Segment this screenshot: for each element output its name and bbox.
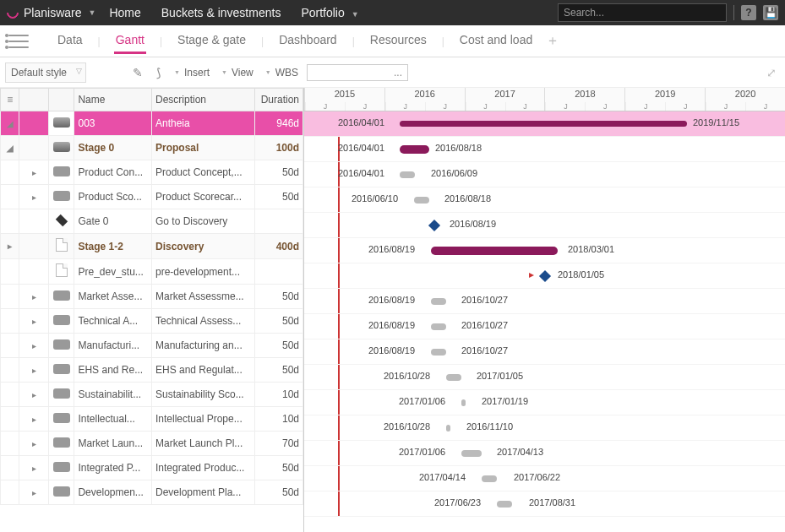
gantt-bar[interactable] xyxy=(400,171,415,178)
gantt-row[interactable]: 2016/08/192018/03/01 xyxy=(304,238,785,263)
expand-toggle[interactable] xyxy=(1,456,19,480)
tab-dashboard[interactable]: Dashboard xyxy=(277,28,339,54)
gantt-row[interactable]: 2016/04/012019/11/15 xyxy=(304,111,785,137)
expand-toggle-2[interactable]: ▸ xyxy=(19,185,49,209)
gantt-bar[interactable] xyxy=(414,197,429,204)
expand-toggle[interactable] xyxy=(1,480,19,505)
insert-menu[interactable]: Insert xyxy=(171,65,213,80)
expand-toggle[interactable]: ▸ xyxy=(1,234,19,259)
style-select[interactable]: Default style xyxy=(5,62,86,83)
expand-toggle[interactable] xyxy=(1,383,19,407)
gantt-row[interactable]: 2016/10/282016/11/10 xyxy=(304,415,785,441)
expand-toggle-2[interactable] xyxy=(19,234,49,259)
expand-toggle-2[interactable]: ▸ xyxy=(19,160,49,185)
expand-toggle-2[interactable]: ▸ xyxy=(19,407,49,432)
table-row[interactable]: ▸Market Asse...Market Assessme...50d xyxy=(1,285,303,309)
expand-toggle[interactable] xyxy=(1,358,19,383)
fullscreen-icon[interactable]: ⤢ xyxy=(766,66,777,79)
tab-stage-gate[interactable]: Stage & gate xyxy=(176,28,248,54)
save-icon[interactable]: 💾 xyxy=(763,5,778,20)
gantt-bar[interactable] xyxy=(431,323,446,330)
gantt-bar[interactable] xyxy=(431,247,558,255)
tab-resources[interactable]: Resources xyxy=(368,28,428,54)
topnav-home[interactable]: Home xyxy=(109,6,140,19)
table-row[interactable]: ▸Product Sco...Product Scorecar...50d xyxy=(1,185,303,209)
expand-toggle[interactable] xyxy=(1,334,19,358)
gantt-row[interactable]: 2016/10/282017/01/05 xyxy=(304,365,785,390)
edit-icon[interactable]: ✎ xyxy=(130,65,145,80)
table-row[interactable]: Gate 0Go to Discovery xyxy=(1,209,303,234)
gantt-row[interactable]: 2016/04/012016/06/09 xyxy=(304,162,785,187)
search-input[interactable] xyxy=(558,3,727,22)
expand-toggle-2[interactable]: ▸ xyxy=(19,334,49,358)
gantt-bar[interactable] xyxy=(461,399,466,406)
gantt-bar[interactable] xyxy=(497,501,512,508)
tab-data[interactable]: Data xyxy=(56,28,84,54)
table-row[interactable]: ◢003Antheia946d xyxy=(1,111,303,136)
table-row[interactable]: ◢Stage 0Proposal100d xyxy=(1,136,303,160)
gantt-row[interactable]: 2017/01/062017/04/13 xyxy=(304,441,785,466)
gantt-bar[interactable] xyxy=(446,425,450,432)
col-head-expand[interactable]: ≡ xyxy=(1,89,19,111)
gantt-row[interactable]: 2016/08/192016/10/27 xyxy=(304,314,785,339)
gantt-bar[interactable] xyxy=(400,121,687,127)
expand-toggle[interactable] xyxy=(1,309,19,334)
gantt-row[interactable]: 2017/04/142017/06/22 xyxy=(304,466,785,491)
expand-toggle[interactable] xyxy=(1,259,19,285)
expand-toggle[interactable] xyxy=(1,185,19,209)
gantt-bar[interactable] xyxy=(400,145,429,154)
table-row[interactable]: ▸Intellectual...Intellectual Prope...10d xyxy=(1,407,303,432)
expand-toggle[interactable] xyxy=(1,407,19,432)
table-row[interactable]: Pre_dev_stu...pre-development... xyxy=(1,259,303,285)
col-head-desc[interactable]: Description xyxy=(151,89,254,111)
expand-toggle-2[interactable]: ▸ xyxy=(19,383,49,407)
gantt-row[interactable]: 2016/04/012016/08/18 xyxy=(304,137,785,162)
table-row[interactable]: ▸EHS and Re...EHS and Regulat...50d xyxy=(1,358,303,383)
pin-icon[interactable]: ⟆ xyxy=(150,65,166,80)
add-tab-button[interactable]: ＋ xyxy=(546,32,559,50)
col-head-sub[interactable] xyxy=(19,89,49,111)
col-head-name[interactable]: Name xyxy=(74,89,152,111)
table-row[interactable]: ▸Sustainabilit...Sustainability Sco...10… xyxy=(1,383,303,407)
tab-cost-load[interactable]: Cost and load xyxy=(458,28,534,54)
expand-toggle-2[interactable] xyxy=(19,209,49,234)
milestone-icon[interactable] xyxy=(428,220,440,231)
milestone-icon[interactable] xyxy=(539,270,551,282)
gantt-row[interactable]: 2017/01/062017/01/19 xyxy=(304,390,785,415)
gantt-bar[interactable] xyxy=(482,475,497,482)
col-head-icon[interactable] xyxy=(48,89,74,111)
tab-gantt[interactable]: Gantt xyxy=(114,28,146,54)
table-row[interactable]: ▸Stage 1-2Discovery400d xyxy=(1,234,303,259)
expand-toggle-2[interactable]: ▸ xyxy=(19,456,49,480)
gantt-row[interactable]: 2016/08/192016/10/27 xyxy=(304,289,785,314)
gantt-bar[interactable] xyxy=(461,450,482,457)
expand-toggle-2[interactable]: ▸ xyxy=(19,309,49,334)
help-icon[interactable]: ? xyxy=(741,5,756,20)
expand-toggle-2[interactable]: ▸ xyxy=(19,480,49,505)
expand-toggle-2[interactable]: ▸ xyxy=(19,285,49,309)
col-head-dur[interactable]: Duration xyxy=(255,89,303,111)
gantt-bar[interactable] xyxy=(431,298,446,305)
wbs-menu[interactable]: WBS xyxy=(262,65,302,80)
gantt-row[interactable]: 2016/08/192016/10/27 xyxy=(304,339,785,365)
expand-toggle-2[interactable] xyxy=(19,136,49,160)
table-row[interactable]: ▸Technical A...Technical Assess...50d xyxy=(1,309,303,334)
expand-toggle-2[interactable]: ▸ xyxy=(19,358,49,383)
gantt-row[interactable]: 2016/08/19 xyxy=(304,213,785,238)
gantt-body[interactable]: 2016/04/012019/11/152016/04/012016/08/18… xyxy=(304,111,785,517)
table-row[interactable]: ▸Integrated P...Integrated Produc...50d xyxy=(1,456,303,480)
gantt-row[interactable]: 2016/06/102016/08/18 xyxy=(304,187,785,213)
table-row[interactable]: ▸Manufacturi...Manufacturing an...50d xyxy=(1,334,303,358)
toolbar-more[interactable]: ... xyxy=(307,64,408,81)
expand-toggle[interactable] xyxy=(1,285,19,309)
expand-toggle-2[interactable] xyxy=(19,111,49,136)
gantt-bar[interactable] xyxy=(446,374,461,381)
table-row[interactable]: ▸Developmen...Development Pla...50d xyxy=(1,480,303,505)
topnav-portfolio[interactable]: Portfolio ▼ xyxy=(301,6,358,19)
expand-toggle-2[interactable] xyxy=(19,259,49,285)
expand-toggle[interactable] xyxy=(1,209,19,234)
table-row[interactable]: ▸Product Con...Product Concept,...50d xyxy=(1,160,303,185)
gantt-row[interactable]: ▸2018/01/05 xyxy=(304,263,785,289)
view-menu[interactable]: View xyxy=(218,65,257,80)
expand-toggle-2[interactable]: ▸ xyxy=(19,432,49,456)
